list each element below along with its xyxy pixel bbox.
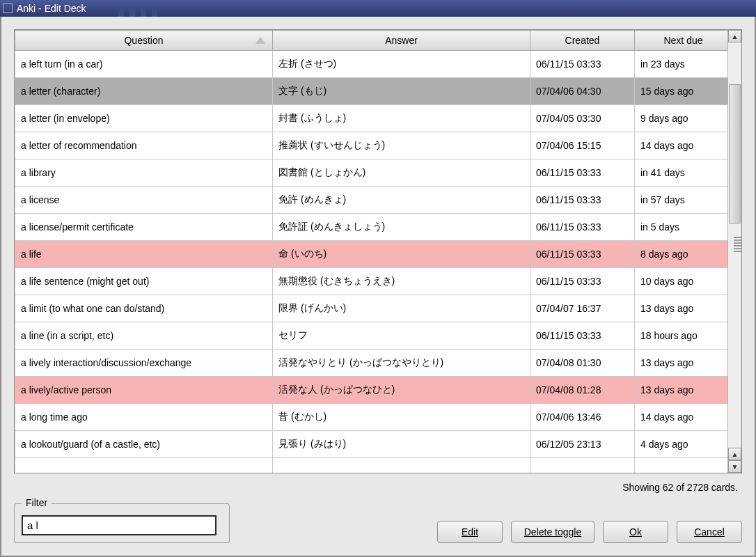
resize-grip-icon[interactable] [734, 237, 742, 253]
cell-d: 14 days ago [635, 404, 728, 431]
cell-a: 限界 (げんかい) [273, 295, 530, 322]
status-text: Showing 62 of 2728 cards. [437, 482, 742, 521]
cell-d: in 23 days [635, 51, 728, 78]
cell-d: 14 days ago [635, 132, 728, 159]
cell-a: 文字 (もじ) [273, 78, 530, 105]
cell-d: in 41 days [635, 159, 728, 187]
delete-toggle-button[interactable]: Delete toggle [511, 521, 594, 543]
table-row[interactable]: a lively interaction/discussion/exchange… [15, 350, 728, 377]
table-header-row: Question Answer Created Next due [15, 31, 728, 51]
cell-c: 06/11/15 03:33 [530, 159, 635, 187]
cancel-button[interactable]: Cancel [677, 521, 742, 543]
cell-d: 13 days ago [635, 350, 728, 377]
cell-d: 15 days ago [635, 78, 728, 105]
table-row[interactable]: a life sentence (might get out)無期懲役 (むきち… [15, 268, 728, 295]
cell-c: 07/04/05 03:30 [530, 105, 635, 132]
cell-c: 06/12/05 23:13 [530, 431, 635, 458]
cell-d: in 5 days [635, 214, 728, 241]
dialog-buttons: Edit Delete toggle Ok Cancel [437, 521, 742, 543]
table-row[interactable]: a line (in a script, etc)セリフ06/11/15 03:… [15, 322, 728, 350]
cell-d: 10 days ago [635, 268, 728, 295]
titlebar[interactable]: Anki - Edit Deck [0, 0, 756, 17]
cell-d: 8 days ago [635, 241, 728, 268]
table-row[interactable]: a letter (character)文字 (もじ)07/04/06 04:3… [15, 78, 728, 105]
cell-q: a lively/active person [15, 377, 273, 404]
edit-button[interactable]: Edit [437, 521, 503, 543]
cell-a: 活発なやりとり (かっぱつなやりとり) [273, 350, 530, 377]
col-nextdue[interactable]: Next due [635, 31, 728, 51]
cell-a: 活発な人 (かっぱつなひと) [273, 377, 530, 404]
cell-a: 無期懲役 (むきちょうえき) [273, 268, 530, 295]
table-row[interactable]: a left turn (in a car)左折 (させつ)06/11/15 0… [15, 51, 728, 78]
cell-q: a line (in a script, etc) [15, 322, 273, 350]
table-row[interactable]: a license/permit certificate免許証 (めんきょしょう… [15, 214, 728, 241]
cell-a: 昔 (むかし) [273, 404, 530, 431]
cell-d: 9 days ago [635, 105, 728, 132]
cell-d: 18 hours ago [635, 322, 728, 350]
col-question[interactable]: Question [15, 31, 273, 51]
col-answer[interactable]: Answer [273, 31, 530, 51]
cell-a: 封書 (ふうしょ) [273, 105, 530, 132]
cell-q: a letter of recommendation [15, 132, 273, 159]
filter-input[interactable] [22, 515, 216, 535]
sort-asc-icon [255, 37, 265, 44]
table-row[interactable] [15, 458, 728, 473]
cell-c: 06/11/15 03:33 [530, 51, 635, 78]
window-icon [3, 3, 13, 13]
cell-a: 図書館 (としょかん) [273, 159, 530, 187]
cell-q: a lively interaction/discussion/exchange [15, 350, 273, 377]
cell-c: 06/11/15 03:33 [530, 322, 635, 350]
table-row[interactable]: a limit (to what one can do/stand)限界 (げん… [15, 295, 728, 322]
window-body: Question Answer Created Next due a left … [0, 17, 756, 557]
scroll-track[interactable] [728, 42, 741, 448]
cell-a: 免許 (めんきょ) [273, 187, 530, 214]
ok-button[interactable]: Ok [603, 521, 668, 543]
window-title: Anki - Edit Deck [17, 3, 86, 14]
table-row[interactable]: a life命 (いのち)06/11/15 03:338 days ago [15, 241, 728, 268]
deck-table: Question Answer Created Next due a left … [15, 30, 727, 473]
col-created[interactable]: Created [530, 31, 635, 51]
table-row[interactable]: a license免許 (めんきょ)06/11/15 03:33in 57 da… [15, 187, 728, 214]
cell-q: a life sentence (might get out) [15, 268, 273, 295]
cell-q: a lookout/guard (of a castle, etc) [15, 431, 273, 458]
filter-label: Filter [22, 497, 52, 508]
table-row[interactable]: a letter (in envelope)封書 (ふうしょ)07/04/05 … [15, 105, 728, 132]
cell-c: 06/11/15 03:33 [530, 187, 635, 214]
cell-d: 13 days ago [635, 295, 728, 322]
filter-box: Filter [14, 503, 230, 543]
scroll-down-icon[interactable]: ▼ [728, 460, 741, 473]
scroll-up-icon[interactable]: ▲ [728, 30, 741, 42]
table-wrap: Question Answer Created Next due a left … [14, 29, 742, 473]
scroll-thumb[interactable] [729, 84, 741, 223]
cell-d: in 57 days [635, 187, 728, 214]
cell-a: 推薦状 (すいせんじょう) [273, 132, 530, 159]
cell-c: 06/11/15 03:33 [530, 268, 635, 295]
cell-q: a long time ago [15, 404, 273, 431]
cell-q: a license/permit certificate [15, 214, 273, 241]
table-row[interactable]: a library図書館 (としょかん)06/11/15 03:33in 41 … [15, 159, 728, 187]
table-row[interactable]: a letter of recommendation推薦状 (すいせんじょう)0… [15, 132, 728, 159]
cell-c: 07/04/06 15:15 [530, 132, 635, 159]
cell-c: 06/11/15 03:33 [530, 214, 635, 241]
cell-q: a letter (in envelope) [15, 105, 273, 132]
cell-a: 命 (いのち) [273, 241, 530, 268]
cell-d: 4 days ago [635, 431, 728, 458]
table-row[interactable]: a lively/active person活発な人 (かっぱつなひと)07/0… [15, 377, 728, 404]
scroll-jump-up-icon[interactable]: ▲ [728, 448, 741, 460]
cell-q: a library [15, 159, 273, 187]
table-row[interactable]: a long time ago昔 (むかし)07/04/06 13:4614 d… [15, 404, 728, 431]
cell-a: セリフ [273, 322, 530, 350]
cell-c: 07/04/07 16:37 [530, 295, 635, 322]
bottom-bar: Filter Showing 62 of 2728 cards. Edit De… [14, 473, 742, 543]
cell-c: 07/04/08 01:30 [530, 350, 635, 377]
cell-q: a letter (character) [15, 78, 273, 105]
main-scrollbar[interactable]: ▲ ▲ ▼ [727, 30, 741, 473]
cell-c: 07/04/06 04:30 [530, 78, 635, 105]
cell-d: 13 days ago [635, 377, 728, 404]
cell-a: 免許証 (めんきょしょう) [273, 214, 530, 241]
cell-a: 左折 (させつ) [273, 51, 530, 78]
table-row[interactable]: a lookout/guard (of a castle, etc)見張り (み… [15, 431, 728, 458]
cell-c: 06/11/15 03:33 [530, 241, 635, 268]
cell-q: a license [15, 187, 273, 214]
cell-c: 07/04/06 13:46 [530, 404, 635, 431]
